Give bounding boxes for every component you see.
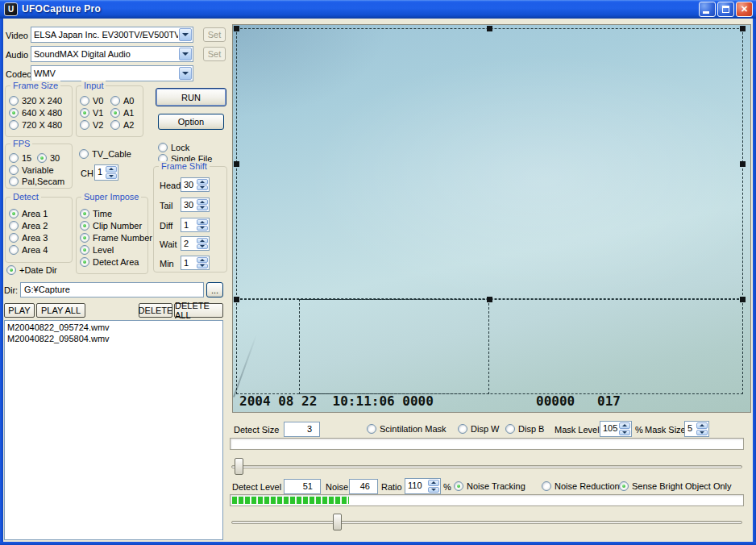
noise-tracking-radio[interactable]: Noise Tracking (454, 481, 525, 492)
selection-handle[interactable] (234, 297, 239, 302)
input-a1-radio[interactable]: A1 (110, 107, 134, 119)
play-button[interactable]: PLAY (4, 303, 35, 318)
sense-bright-object-radio[interactable]: Sense Bright Object Only (619, 481, 732, 492)
input-v0-radio[interactable]: V0 (80, 95, 103, 106)
diff-spinner[interactable]: 1 (181, 218, 210, 232)
noise-reduction-radio[interactable]: Noise Reduction (542, 481, 620, 492)
selection-handle[interactable] (740, 161, 746, 167)
input-a2-radio[interactable]: A2 (110, 119, 134, 131)
video-device-combobox[interactable]: ELSA Japan Inc. EV300TV/EV500TV-PF (31, 27, 193, 43)
delete-button[interactable]: DELETE (139, 303, 172, 318)
audio-device-dropdown-button[interactable] (179, 48, 192, 60)
detect-area2-radio[interactable]: Area 2 (9, 220, 48, 231)
detect-level-field[interactable]: 51 (284, 479, 321, 494)
clip-listbox[interactable]: M20040822_095724.wmv M20040822_095804.wm… (4, 320, 223, 540)
ch-spinner[interactable]: 1 (94, 164, 118, 181)
frame-size-720x480-radio[interactable]: 720 X 480 (9, 119, 62, 131)
list-item[interactable]: M20040822_095724.wmv (5, 322, 222, 333)
fps-15-radio[interactable]: 15 (9, 152, 31, 164)
tail-spinner[interactable]: 30 (181, 198, 210, 212)
list-item[interactable]: M20040822_095804.wmv (5, 333, 222, 344)
detect-level-slider-thumb[interactable] (333, 514, 342, 530)
input-v2-radio[interactable]: V2 (80, 119, 103, 131)
spin-down-icon[interactable] (197, 226, 208, 231)
delete-all-button[interactable]: DELETE ALL (174, 303, 223, 318)
detect-area4-radio[interactable]: Area 4 (9, 244, 48, 256)
disp-w-radio[interactable]: Disp W (458, 423, 499, 435)
dir-field[interactable]: G:¥Capture (20, 282, 204, 297)
spin-up-icon[interactable] (197, 179, 208, 185)
detect-level-slider-track[interactable] (231, 521, 742, 524)
wait-spinner[interactable]: 2 (181, 236, 210, 251)
mask-size-spinner[interactable]: 5 (684, 421, 709, 437)
play-all-button[interactable]: PLAY ALL (36, 303, 85, 318)
input-v1-radio[interactable]: V1 (80, 107, 103, 119)
selection-handle[interactable] (740, 297, 746, 302)
close-button[interactable]: ✕ (736, 2, 753, 17)
si-detect-area-radio[interactable]: Detect Area (80, 256, 139, 268)
spin-up-icon[interactable] (197, 257, 208, 263)
spin-up-icon[interactable] (696, 422, 708, 429)
audio-set-button[interactable]: Set (203, 47, 226, 61)
spin-down-icon[interactable] (197, 185, 208, 191)
disp-b-radio[interactable]: Disp B (505, 423, 544, 435)
spin-down-icon[interactable] (428, 487, 439, 493)
spin-down-icon[interactable] (197, 264, 208, 269)
min-spinner[interactable]: 1 (181, 256, 210, 270)
input-a0-radio[interactable]: A0 (110, 95, 134, 106)
spin-up-icon[interactable] (197, 238, 208, 243)
run-button[interactable]: RUN (156, 88, 226, 106)
fps-30-radio[interactable]: 30 (37, 152, 60, 164)
ratio-spinner[interactable]: 110 (405, 478, 441, 494)
tv-cable-radio[interactable]: TV_Cable (79, 148, 131, 160)
selection-handle[interactable] (234, 26, 239, 31)
frame-size-640x480-radio[interactable]: 640 X 480 (9, 107, 62, 119)
tail-label: Tail (160, 201, 173, 210)
noise-field[interactable]: 46 (349, 479, 378, 494)
si-frame-number-radio[interactable]: Frame Number (80, 232, 152, 243)
detect-area-selection[interactable] (236, 28, 743, 299)
video-preview[interactable]: 2004 08 22 10:11:06 0000 00000 017 (233, 25, 750, 412)
mask-level-spinner[interactable]: 105 (600, 421, 632, 437)
audio-device-combobox[interactable]: SoundMAX Digital Audio (31, 46, 193, 62)
detect-area1-radio[interactable]: Area 1 (9, 208, 48, 219)
lock-radio[interactable]: Lock (158, 142, 189, 153)
spin-up-icon[interactable] (106, 166, 117, 173)
selection-handle[interactable] (234, 161, 239, 167)
frame-size-320x240-radio[interactable]: 320 X 240 (9, 95, 62, 106)
date-dir-radio[interactable]: +Date Dir (6, 264, 57, 276)
option-button[interactable]: Option (158, 114, 224, 130)
spin-up-icon[interactable] (428, 480, 439, 486)
titlebar[interactable]: U UFOCapture Pro ✕ (0, 0, 756, 19)
detect-size-field[interactable]: 3 (284, 422, 320, 437)
selection-handle[interactable] (487, 297, 492, 302)
detect-area3-radio[interactable]: Area 3 (9, 232, 48, 243)
selection-handle[interactable] (740, 26, 746, 31)
spin-down-icon[interactable] (197, 206, 208, 211)
browse-button[interactable]: ... (206, 282, 223, 297)
mask-level-slider-track[interactable] (231, 465, 742, 468)
si-clip-number-radio[interactable]: Clip Number (80, 220, 142, 231)
video-device-dropdown-button[interactable] (179, 28, 192, 41)
head-spinner[interactable]: 30 (181, 177, 210, 192)
scintilation-mask-radio[interactable]: Scintilation Mask (367, 423, 447, 435)
spin-down-icon[interactable] (197, 244, 208, 250)
selection-handle[interactable] (487, 26, 492, 31)
fps-pal-secam-radio[interactable]: Pal,Secam (9, 176, 64, 187)
si-time-radio[interactable]: Time (80, 208, 112, 219)
si-level-radio[interactable]: Level (80, 244, 114, 256)
maximize-button[interactable] (717, 2, 734, 17)
spin-up-icon[interactable] (197, 199, 208, 205)
spin-up-icon[interactable] (197, 219, 208, 225)
spin-down-icon[interactable] (106, 173, 117, 180)
codec-combobox[interactable]: WMV (31, 65, 193, 81)
spin-up-icon[interactable] (619, 422, 630, 429)
mask-region-selection[interactable] (299, 299, 489, 394)
spin-down-icon[interactable] (619, 430, 630, 436)
codec-dropdown-button[interactable] (179, 67, 192, 80)
mask-level-slider-thumb[interactable] (235, 458, 243, 475)
minimize-button[interactable] (699, 2, 716, 17)
video-set-button[interactable]: Set (203, 27, 226, 42)
spin-down-icon[interactable] (696, 430, 708, 436)
fps-variable-radio[interactable]: Variable (9, 164, 54, 176)
